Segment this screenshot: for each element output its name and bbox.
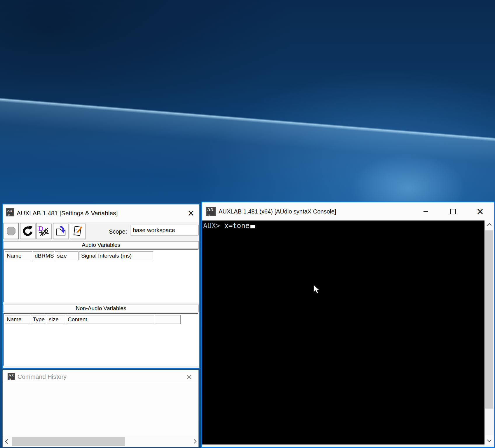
mouse-cursor <box>313 285 321 295</box>
audio-variables-table: Name dBRMS size Signal Intervals (ms) <box>3 249 199 303</box>
notepad-pencil-icon <box>72 225 83 237</box>
console-maximize-button[interactable] <box>446 205 460 218</box>
command-history-list[interactable] <box>3 383 198 436</box>
console-prompt: AUX> <box>203 222 224 230</box>
stop-button[interactable] <box>4 223 19 239</box>
nonaudio-column-size[interactable]: size <box>47 315 65 324</box>
scroll-up-button[interactable] <box>485 220 493 230</box>
audio-column-dbrms[interactable]: dBRMS <box>33 251 54 260</box>
history-window-title: Command History <box>18 370 67 383</box>
refresh-button[interactable] <box>20 223 35 239</box>
nonaudio-variables-table: Name Type size Content <box>3 313 199 366</box>
maximize-icon <box>450 209 456 214</box>
settings-close-button[interactable]: × <box>186 208 196 218</box>
auxlab-app-icon: AX u <box>8 373 15 380</box>
open-button[interactable] <box>53 223 68 239</box>
script-button[interactable] <box>70 223 85 239</box>
auxlab-app-icon: AX u <box>206 207 216 216</box>
nonaudio-variables-list[interactable] <box>4 325 198 365</box>
audio-variables-list[interactable] <box>4 261 198 302</box>
console-minimize-button[interactable] <box>419 205 433 218</box>
nonaudio-variables-section-header: Non-Audio Variables <box>3 305 199 312</box>
chevron-left-icon <box>5 439 10 444</box>
app-icon-subtext: u <box>8 213 10 216</box>
close-icon: × <box>188 209 194 218</box>
settings-window-title: AUXLAB 1.481 [Settings & Variables] <box>17 204 118 222</box>
app-icon-subtext: u <box>208 212 210 216</box>
horizontal-scrollbar-thumb[interactable] <box>12 437 125 446</box>
nonaudio-column-extra[interactable] <box>155 315 181 324</box>
scroll-left-button[interactable] <box>3 436 12 447</box>
text-cursor <box>250 225 255 228</box>
chevron-right-icon <box>192 439 196 444</box>
nonaudio-column-type[interactable]: Type <box>31 315 46 324</box>
audio-table-header-row: Name dBRMS size Signal Intervals (ms) <box>5 251 154 260</box>
console-command-text: x=tone <box>224 222 250 230</box>
refresh-arrow-icon <box>22 225 33 237</box>
minimize-icon <box>423 211 428 212</box>
stop-octagon-icon <box>6 226 16 236</box>
app-icon-text: AX <box>207 207 214 212</box>
settings-titlebar[interactable]: AX u AUXLAB 1.481 [Settings & Variables]… <box>3 204 199 222</box>
debug-button[interactable]: D <box>36 223 51 239</box>
chevron-down-icon <box>487 437 491 442</box>
console-window-title: AUXLAB 1.481 (x64) [AUdio syntaX Console… <box>219 202 336 220</box>
history-close-button[interactable]: × <box>184 372 194 381</box>
close-icon: × <box>477 207 483 216</box>
chevron-up-icon <box>487 223 491 228</box>
nonaudio-column-content[interactable]: Content <box>66 315 154 324</box>
audio-variables-section-header: Audio Variables <box>3 241 199 249</box>
scroll-right-button[interactable] <box>190 436 198 447</box>
console-titlebar[interactable]: AX u AUXLAB 1.481 (x64) [AUdio syntaX Co… <box>202 202 494 220</box>
app-icon-subtext: u <box>9 376 11 380</box>
nonaudio-column-name[interactable]: Name <box>5 315 30 324</box>
nonaudio-table-header-row: Name Type size Content <box>5 315 181 324</box>
audio-column-signal-intervals[interactable]: Signal Intervals (ms) <box>79 251 153 260</box>
auxlab-app-icon: AX u <box>6 208 14 216</box>
scroll-down-button[interactable] <box>485 435 493 444</box>
console-prompt-line: AUX> x=tone <box>203 222 255 230</box>
debug-d-icon: D <box>38 225 50 237</box>
audio-column-name[interactable]: Name <box>5 251 32 260</box>
console-vertical-scrollbar[interactable] <box>485 220 493 444</box>
audio-column-size[interactable]: size <box>55 251 79 260</box>
syntax-console-window: AX u AUXLAB 1.481 (x64) [AUdio syntaX Co… <box>201 202 495 448</box>
scope-label: Scope: <box>109 222 127 241</box>
settings-toolbar: D <box>3 222 199 241</box>
command-history-window: AX u Command History × <box>2 370 199 447</box>
history-titlebar[interactable]: AX u Command History × <box>3 370 198 383</box>
close-icon: × <box>186 372 192 381</box>
vertical-scrollbar-thumb[interactable] <box>485 230 493 409</box>
settings-variables-window: AX u AUXLAB 1.481 [Settings & Variables]… <box>2 204 200 369</box>
folder-import-icon <box>55 225 66 237</box>
console-terminal-area[interactable]: AUX> x=tone <box>202 220 484 444</box>
console-close-button[interactable]: × <box>473 205 487 218</box>
history-horizontal-scrollbar[interactable] <box>3 436 198 447</box>
scope-input[interactable]: base workspace <box>131 225 198 235</box>
